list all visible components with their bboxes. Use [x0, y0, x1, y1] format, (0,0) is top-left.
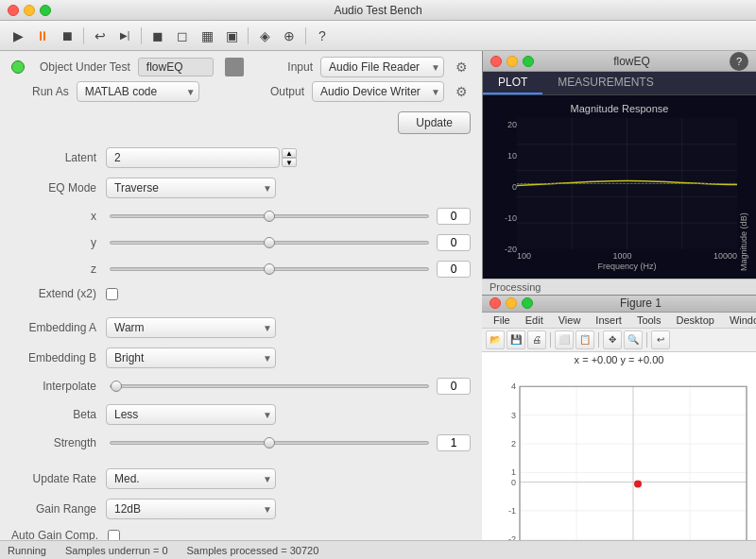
- beta-select[interactable]: Less More: [106, 404, 276, 425]
- status-indicator: [11, 60, 25, 74]
- y-axis-title: Magnitude (dB): [737, 118, 748, 271]
- z-slider[interactable]: [110, 267, 429, 271]
- floweq-max[interactable]: [523, 56, 534, 67]
- maximize-button[interactable]: [40, 5, 51, 16]
- strength-value[interactable]: [437, 434, 471, 451]
- run-as-label: Run As: [32, 85, 69, 98]
- fig-btn-rotate[interactable]: ↩: [651, 330, 670, 349]
- x-value[interactable]: [437, 208, 471, 225]
- minimize-button[interactable]: [24, 5, 35, 16]
- gain-range-wrap: 6dB 12dB 24dB ▼: [106, 499, 276, 519]
- block-btn-1[interactable]: ◼: [147, 25, 168, 46]
- latent-up[interactable]: ▲: [282, 148, 297, 158]
- toolbar: ▶ ⏸ ⏹ ↩ ▶| ◼ ◻ ▦ ▣ ◈ ⊕ ?: [0, 21, 756, 51]
- step-button[interactable]: ▶|: [114, 25, 135, 46]
- update-btn-row: Update: [0, 108, 482, 138]
- x-slider[interactable]: [110, 214, 429, 218]
- y-label-neg10: -10: [490, 213, 517, 223]
- fig-sep-2: [598, 332, 599, 347]
- extend-checkbox[interactable]: [106, 288, 118, 300]
- x-label-10000: 10000: [713, 251, 737, 261]
- menu-view[interactable]: View: [551, 313, 589, 328]
- fig-sep-1: [550, 332, 551, 347]
- eq-mode-select[interactable]: Traverse Interpolate Direct: [106, 178, 276, 198]
- floweq-title: flowEQ: [534, 55, 730, 68]
- input-select-wrap: Audio File Reader ▼: [320, 57, 444, 77]
- input-gear-icon[interactable]: ⚙: [452, 58, 471, 76]
- fig-btn-zoom-in[interactable]: 🔍: [624, 330, 643, 349]
- extend-label: Extend (x2): [11, 287, 96, 300]
- input-select[interactable]: Audio File Reader: [320, 57, 444, 77]
- tool-btn-1[interactable]: ◈: [254, 25, 275, 46]
- menu-desktop[interactable]: Desktop: [669, 313, 722, 328]
- floweq-tabs: PLOT MEASUREMENTS: [483, 72, 756, 95]
- figure-max[interactable]: [522, 297, 533, 309]
- update-rate-label: Update Rate: [11, 472, 96, 485]
- menu-window[interactable]: Window: [722, 313, 756, 328]
- interpolate-slider[interactable]: [110, 384, 429, 388]
- figure-min[interactable]: [506, 297, 517, 309]
- gain-range-select[interactable]: 6dB 12dB 24dB: [106, 499, 276, 519]
- menu-tools[interactable]: Tools: [629, 313, 669, 328]
- latent-down[interactable]: ▼: [282, 158, 297, 167]
- fig-btn-print[interactable]: 🖨: [527, 330, 546, 349]
- auto-gain-checkbox[interactable]: [108, 530, 120, 541]
- status-underrun: Samples underrun = 0: [65, 545, 168, 556]
- rewind-button[interactable]: ↩: [90, 25, 111, 46]
- y-slider[interactable]: [110, 241, 429, 245]
- svg-rect-9: [482, 367, 756, 540]
- menu-insert[interactable]: Insert: [588, 313, 629, 328]
- update-rate-wrap: Slow Med. Fast ▼: [106, 468, 276, 489]
- fig-btn-open[interactable]: 📂: [486, 330, 505, 349]
- block-btn-2[interactable]: ◻: [172, 25, 193, 46]
- fig-btn-copy[interactable]: ⬜: [555, 330, 574, 349]
- block-btn-4[interactable]: ▣: [221, 25, 242, 46]
- embedding-a-select[interactable]: Warm Bright Natural Dark: [106, 317, 276, 338]
- menu-edit[interactable]: Edit: [518, 313, 551, 328]
- strength-slider[interactable]: [110, 441, 429, 445]
- eq-mode-wrap: Traverse Interpolate Direct ▼: [106, 178, 276, 198]
- floweq-help[interactable]: ?: [730, 52, 748, 71]
- close-button[interactable]: [8, 5, 19, 16]
- run-as-select[interactable]: MATLAB code: [77, 81, 199, 102]
- z-value[interactable]: [437, 261, 471, 278]
- floweq-tab-measurements[interactable]: MEASUREMENTS: [542, 72, 668, 94]
- embedding-b-select[interactable]: Warm Bright Natural Dark: [106, 347, 276, 368]
- floweq-min[interactable]: [507, 56, 518, 67]
- traffic-lights: [8, 5, 51, 16]
- tool-btn-2[interactable]: ⊕: [279, 25, 300, 46]
- block-btn-3[interactable]: ▦: [197, 25, 217, 46]
- left-panel: Object Under Test flowEQ Input Audio Fil…: [0, 51, 482, 540]
- floweq-title-bar: flowEQ ?: [483, 51, 756, 72]
- status-running: Running: [8, 545, 46, 556]
- svg-point-24: [634, 480, 642, 487]
- menu-file[interactable]: File: [486, 313, 518, 328]
- out-settings-btn[interactable]: [225, 58, 244, 76]
- interpolate-value[interactable]: [437, 378, 471, 395]
- floweq-window: flowEQ ? PLOT MEASUREMENTS Magnitude Res…: [482, 51, 756, 279]
- run-as-select-wrap: MATLAB code ▼: [77, 81, 199, 102]
- latent-row: Latent ▲ ▼: [0, 145, 482, 170]
- output-gear-icon[interactable]: ⚙: [452, 82, 471, 101]
- latent-input[interactable]: [106, 147, 280, 168]
- floweq-tab-plot[interactable]: PLOT: [483, 72, 542, 94]
- update-button[interactable]: Update: [398, 111, 471, 134]
- chart-area: 20 10 0 -10 -20: [490, 118, 748, 271]
- fig-btn-paste[interactable]: 📋: [576, 330, 594, 349]
- fig-btn-pan[interactable]: ✥: [603, 330, 622, 349]
- help-button[interactable]: ?: [312, 25, 333, 46]
- play-button[interactable]: ▶: [8, 25, 28, 46]
- embedding-b-row: Embedding B Warm Bright Natural Dark ▼: [0, 346, 482, 370]
- out-label: Object Under Test: [40, 60, 130, 74]
- pause-button[interactable]: ⏸: [32, 25, 53, 46]
- figure-content: x = +0.00 y = +0.00: [482, 352, 756, 540]
- output-select[interactable]: Audio Device Writer: [312, 81, 444, 102]
- svg-text:-2: -2: [508, 534, 516, 540]
- update-rate-row: Update Rate Slow Med. Fast ▼: [0, 466, 482, 491]
- figure-close[interactable]: [490, 297, 501, 309]
- update-rate-select[interactable]: Slow Med. Fast: [106, 468, 276, 489]
- y-value[interactable]: [437, 234, 471, 251]
- fig-btn-save[interactable]: 💾: [507, 330, 525, 349]
- stop-button[interactable]: ⏹: [57, 25, 77, 46]
- floweq-close[interactable]: [490, 56, 502, 67]
